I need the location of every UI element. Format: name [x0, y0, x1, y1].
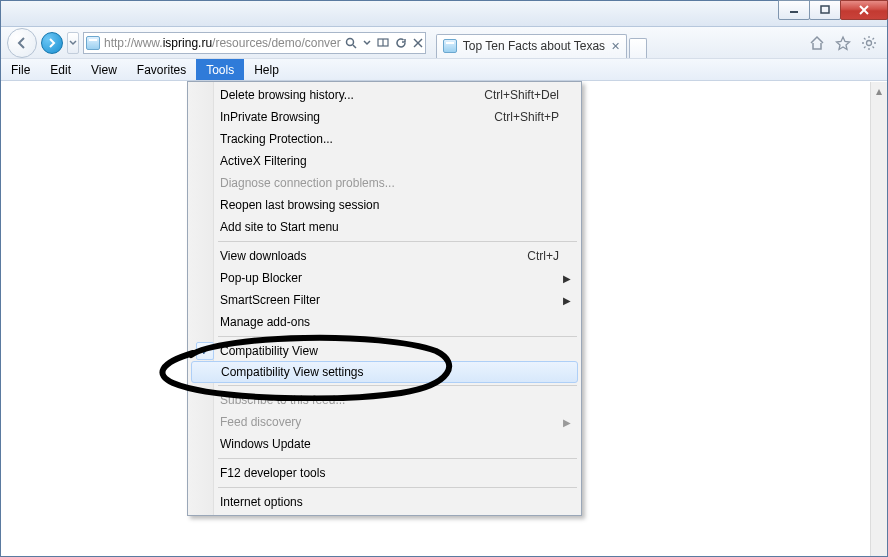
svg-line-17 [864, 46, 866, 48]
menu-item-reopen-last-browsing-session[interactable]: Reopen last browsing session [190, 194, 579, 216]
tab-strip: Top Ten Facts about Texas ✕ [436, 28, 805, 58]
menu-separator [218, 458, 577, 459]
menu-item-feed-discovery: Feed discovery▶ [190, 411, 579, 433]
svg-line-18 [873, 38, 875, 40]
compat-view-icon[interactable] [377, 37, 389, 49]
menu-item-label: Reopen last browsing session [220, 198, 559, 212]
menu-bar: FileEditViewFavoritesToolsHelp [1, 59, 887, 81]
navigation-bar: http://www.ispring.ru/resources/demo/con… [1, 27, 887, 59]
vertical-scrollbar[interactable]: ▴ [870, 82, 887, 556]
menu-help[interactable]: Help [244, 59, 289, 80]
tools-menu-dropdown: Delete browsing history...Ctrl+Shift+Del… [187, 81, 582, 516]
menu-item-tracking-protection[interactable]: Tracking Protection... [190, 128, 579, 150]
menu-item-label: Pop-up Blocker [220, 271, 559, 285]
menu-item-shortcut: Ctrl+J [527, 249, 559, 263]
minimize-button[interactable] [778, 0, 810, 20]
url-scheme: http:// [104, 36, 134, 50]
menu-file[interactable]: File [1, 59, 40, 80]
stop-icon[interactable] [413, 38, 423, 48]
menu-item-label: ActiveX Filtering [220, 154, 559, 168]
svg-line-16 [873, 46, 875, 48]
menu-favorites[interactable]: Favorites [127, 59, 196, 80]
refresh-icon[interactable] [395, 37, 407, 49]
maximize-button[interactable] [809, 0, 841, 20]
menu-item-f12-developer-tools[interactable]: F12 developer tools [190, 462, 579, 484]
svg-point-4 [346, 38, 353, 45]
submenu-arrow-icon: ▶ [563, 295, 571, 306]
menu-item-manage-add-ons[interactable]: Manage add-ons [190, 311, 579, 333]
menu-item-label: Delete browsing history... [220, 88, 484, 102]
menu-item-label: Tracking Protection... [220, 132, 559, 146]
menu-item-diagnose-connection-problems: Diagnose connection problems... [190, 172, 579, 194]
addr-dropdown-icon[interactable] [363, 40, 371, 46]
menu-item-label: SmartScreen Filter [220, 293, 559, 307]
menu-item-label: Windows Update [220, 437, 559, 451]
tab-favicon-icon [443, 39, 457, 53]
menu-item-inprivate-browsing[interactable]: InPrivate BrowsingCtrl+Shift+P [190, 106, 579, 128]
menu-item-smartscreen-filter[interactable]: SmartScreen Filter▶ [190, 289, 579, 311]
menu-item-label: InPrivate Browsing [220, 110, 494, 124]
menu-item-view-downloads[interactable]: View downloadsCtrl+J [190, 245, 579, 267]
window-titlebar [1, 1, 887, 27]
menu-view[interactable]: View [81, 59, 127, 80]
menu-item-label: Diagnose connection problems... [220, 176, 559, 190]
menu-item-label: Add site to Start menu [220, 220, 559, 234]
menu-item-shortcut: Ctrl+Shift+Del [484, 88, 559, 102]
check-icon: ✓ [196, 342, 214, 360]
menu-item-label: Subscribe to this feed... [220, 393, 559, 407]
url-path: /resources/demo/conver [212, 36, 341, 50]
search-icon[interactable] [345, 37, 357, 49]
menu-item-compatibility-view-settings[interactable]: Compatibility View settings [191, 361, 578, 383]
menu-item-label: Internet options [220, 495, 559, 509]
favorites-icon[interactable] [835, 35, 851, 51]
menu-item-label: Manage add-ons [220, 315, 559, 329]
toolbar-right [809, 35, 881, 51]
svg-line-5 [353, 45, 356, 48]
browser-window: http://www.ispring.ru/resources/demo/con… [0, 0, 888, 557]
home-icon[interactable] [809, 35, 825, 51]
menu-item-label: View downloads [220, 249, 527, 263]
tab-title: Top Ten Facts about Texas [463, 39, 605, 53]
address-bar[interactable]: http://www.ispring.ru/resources/demo/con… [83, 32, 426, 54]
back-button[interactable] [7, 28, 37, 58]
url-host: ispring.ru [163, 36, 212, 50]
tools-gear-icon[interactable] [861, 35, 877, 51]
menu-item-pop-up-blocker[interactable]: Pop-up Blocker▶ [190, 267, 579, 289]
tab-close-icon[interactable]: ✕ [611, 40, 620, 53]
menu-separator [218, 241, 577, 242]
menu-separator [218, 385, 577, 386]
url-text: http://www.ispring.ru/resources/demo/con… [104, 36, 341, 50]
menu-item-label: Compatibility View settings [221, 365, 558, 379]
scroll-up-icon[interactable]: ▴ [871, 82, 887, 99]
new-tab-button[interactable] [629, 38, 647, 58]
recent-pages-dropdown[interactable] [67, 32, 79, 54]
menu-item-delete-browsing-history[interactable]: Delete browsing history...Ctrl+Shift+Del [190, 84, 579, 106]
menu-item-label: Compatibility View [220, 344, 559, 358]
svg-point-10 [867, 40, 872, 45]
menu-item-label: Feed discovery [220, 415, 559, 429]
close-button[interactable] [840, 0, 888, 20]
address-tools [345, 37, 423, 49]
menu-tools[interactable]: Tools [196, 59, 244, 80]
svg-rect-1 [821, 6, 829, 13]
menu-item-activex-filtering[interactable]: ActiveX Filtering [190, 150, 579, 172]
svg-line-15 [864, 38, 866, 40]
menu-item-label: F12 developer tools [220, 466, 559, 480]
tab-active[interactable]: Top Ten Facts about Texas ✕ [436, 34, 627, 58]
submenu-arrow-icon: ▶ [563, 273, 571, 284]
menu-item-add-site-to-start-menu[interactable]: Add site to Start menu [190, 216, 579, 238]
menu-item-subscribe-to-this-feed: Subscribe to this feed... [190, 389, 579, 411]
forward-button[interactable] [41, 32, 63, 54]
window-controls [779, 0, 888, 20]
menu-separator [218, 487, 577, 488]
menu-item-compatibility-view[interactable]: ✓Compatibility View [190, 340, 579, 362]
page-favicon-icon [86, 36, 100, 50]
menu-item-internet-options[interactable]: Internet options [190, 491, 579, 513]
menu-separator [218, 336, 577, 337]
url-prefix: www. [134, 36, 163, 50]
menu-item-windows-update[interactable]: Windows Update [190, 433, 579, 455]
menu-item-shortcut: Ctrl+Shift+P [494, 110, 559, 124]
menu-edit[interactable]: Edit [40, 59, 81, 80]
submenu-arrow-icon: ▶ [563, 417, 571, 428]
